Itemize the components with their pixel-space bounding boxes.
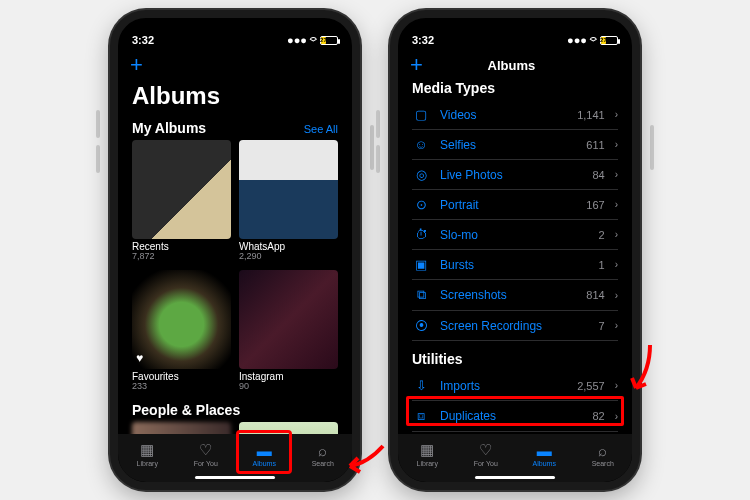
chevron-icon: › xyxy=(615,290,618,301)
album-thumbnail xyxy=(239,140,338,239)
phone-left: 3:32 ●●● ⌔ 27 + Albums My Albums See All… xyxy=(110,10,360,490)
media-row-videos[interactable]: ▢Videos1,141› xyxy=(412,100,618,130)
album-thumbnail: ♥ xyxy=(132,270,231,369)
chevron-icon: › xyxy=(615,109,618,120)
for-you-icon: ♡ xyxy=(199,441,212,459)
utility-row-imports[interactable]: ⇩Imports2,557› xyxy=(412,371,618,401)
media-row-selfies[interactable]: ☺Selfies611› xyxy=(412,130,618,160)
tab-search[interactable]: ⌕Search xyxy=(574,434,633,474)
row-count: 1 xyxy=(599,259,605,271)
row-icon: ⧉ xyxy=(412,287,430,303)
wifi-icon: ⌔ xyxy=(590,34,597,46)
row-icon: ⧈ xyxy=(412,408,430,424)
chevron-icon: › xyxy=(615,411,618,422)
chevron-icon: › xyxy=(615,380,618,391)
chevron-icon: › xyxy=(615,320,618,331)
row-count: 7 xyxy=(599,320,605,332)
row-label: Videos xyxy=(440,108,567,122)
album-whatsapp[interactable]: WhatsApp2,290 xyxy=(239,140,338,262)
tab-albums[interactable]: ▬Albums xyxy=(235,434,294,474)
row-icon: ☺ xyxy=(412,137,430,152)
people-places-header: People & Places xyxy=(118,392,352,422)
library-icon: ▦ xyxy=(140,441,154,459)
tab-search[interactable]: ⌕Search xyxy=(294,434,353,474)
row-count: 814 xyxy=(586,289,604,301)
row-count: 82 xyxy=(592,410,604,422)
media-row-portrait[interactable]: ⊙Portrait167› xyxy=(412,190,618,220)
chevron-icon: › xyxy=(615,139,618,150)
row-count: 167 xyxy=(586,199,604,211)
album-count: 90 xyxy=(239,382,338,392)
signal-icon: ●●● xyxy=(567,34,587,46)
album-count: 7,872 xyxy=(132,252,231,262)
chevron-icon: › xyxy=(615,169,618,180)
row-icon: ◎ xyxy=(412,167,430,182)
tab-for-you[interactable]: ♡For You xyxy=(457,434,516,474)
media-types-header: Media Types xyxy=(412,80,495,96)
search-icon: ⌕ xyxy=(598,442,607,459)
albums-icon: ▬ xyxy=(257,442,272,459)
battery-icon: 27 xyxy=(600,36,618,45)
album-favourites[interactable]: ♥ Favourites233 xyxy=(132,270,231,392)
media-row-slo-mo[interactable]: ⏱Slo-mo2› xyxy=(412,220,618,250)
add-button[interactable]: + xyxy=(130,52,143,78)
places-tile[interactable] xyxy=(239,422,338,434)
notch xyxy=(180,18,290,40)
media-row-bursts[interactable]: ▣Bursts1› xyxy=(412,250,618,280)
album-count: 2,290 xyxy=(239,252,338,262)
notch xyxy=(460,18,570,40)
clock: 3:32 xyxy=(412,34,434,46)
row-label: Bursts xyxy=(440,258,589,272)
home-indicator[interactable] xyxy=(475,476,555,479)
row-icon: ⦿ xyxy=(412,318,430,333)
phone-right: 3:32 ●●● ⌔ 27 + Albums Media Types ▢Vide… xyxy=(390,10,640,490)
search-icon: ⌕ xyxy=(318,442,327,459)
row-label: Imports xyxy=(440,379,567,393)
row-label: Screen Recordings xyxy=(440,319,589,333)
library-icon: ▦ xyxy=(420,441,434,459)
for-you-icon: ♡ xyxy=(479,441,492,459)
row-label: Slo-mo xyxy=(440,228,589,242)
utilities-header: Utilities xyxy=(412,351,463,367)
page-title: Albums xyxy=(118,80,352,116)
row-icon: ⏱ xyxy=(412,227,430,242)
people-tile[interactable] xyxy=(132,422,231,434)
album-count: 233 xyxy=(132,382,231,392)
album-recents[interactable]: Recents7,872 xyxy=(132,140,231,262)
row-count: 611 xyxy=(586,139,604,151)
tab-library[interactable]: ▦Library xyxy=(118,434,177,474)
media-row-screenshots[interactable]: ⧉Screenshots814› xyxy=(412,280,618,311)
tab-library[interactable]: ▦Library xyxy=(398,434,457,474)
my-albums-header: My Albums xyxy=(132,120,206,136)
nav-title: Albums xyxy=(403,58,620,73)
row-count: 2,557 xyxy=(577,380,605,392)
chevron-icon: › xyxy=(615,229,618,240)
chevron-icon: › xyxy=(615,259,618,270)
tab-bar: ▦Library ♡For You ▬Albums ⌕Search xyxy=(398,434,632,482)
albums-icon: ▬ xyxy=(537,442,552,459)
heart-icon: ♥ xyxy=(136,351,143,365)
home-indicator[interactable] xyxy=(195,476,275,479)
media-row-screen-recordings[interactable]: ⦿Screen Recordings7› xyxy=(412,311,618,341)
utility-row-duplicates[interactable]: ⧈Duplicates82› xyxy=(412,401,618,432)
wifi-icon: ⌔ xyxy=(310,34,317,46)
row-label: Screenshots xyxy=(440,288,576,302)
see-all-link[interactable]: See All xyxy=(304,123,338,135)
battery-icon: 27 xyxy=(320,36,338,45)
row-icon: ⇩ xyxy=(412,378,430,393)
media-row-live-photos[interactable]: ◎Live Photos84› xyxy=(412,160,618,190)
tab-for-you[interactable]: ♡For You xyxy=(177,434,236,474)
chevron-icon: › xyxy=(615,199,618,210)
tab-bar: ▦Library ♡For You ▬Albums ⌕Search xyxy=(118,434,352,482)
album-instagram[interactable]: Instagram90 xyxy=(239,270,338,392)
row-icon: ▢ xyxy=(412,107,430,122)
row-count: 84 xyxy=(592,169,604,181)
row-label: Live Photos xyxy=(440,168,582,182)
row-icon: ▣ xyxy=(412,257,430,272)
row-label: Duplicates xyxy=(440,409,582,423)
clock: 3:32 xyxy=(132,34,154,46)
album-thumbnail xyxy=(132,140,231,239)
signal-icon: ●●● xyxy=(287,34,307,46)
tab-albums[interactable]: ▬Albums xyxy=(515,434,574,474)
row-count: 2 xyxy=(599,229,605,241)
